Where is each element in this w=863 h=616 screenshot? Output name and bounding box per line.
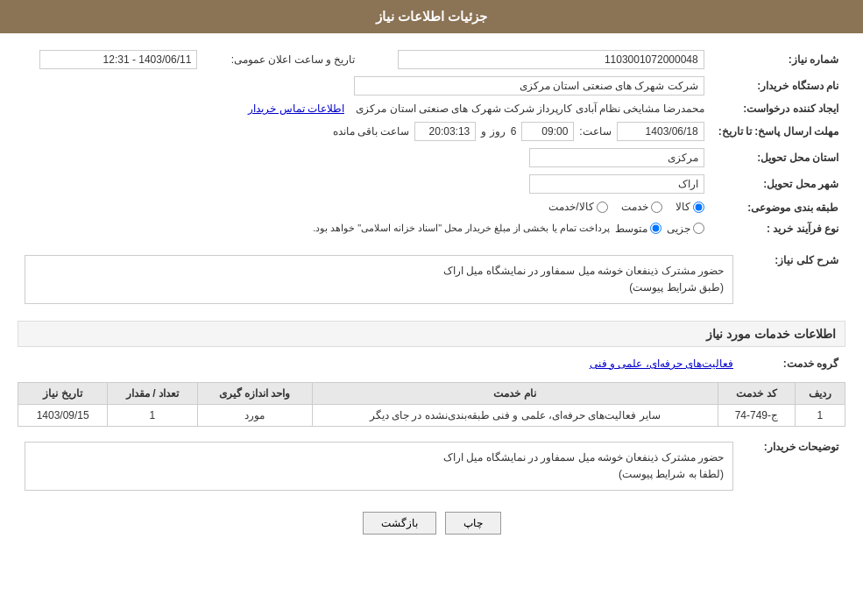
services-table: ردیف کد خدمت نام خدمت واحد اندازه گیری ت… xyxy=(18,382,845,427)
grohKhadamat-section: گروه خدمت: فعالیت‌های حرفه‌ای، علمی و فن… xyxy=(18,354,845,373)
col-tarikh: تاریخ نیاز xyxy=(18,382,108,404)
col-vahed: واحد اندازه گیری xyxy=(197,382,312,404)
mohlat-rooz: 6 xyxy=(511,125,517,138)
tarighe-radio-kala[interactable]: کالا xyxy=(676,201,704,213)
mohlat-date: 1403/06/18 xyxy=(617,122,704,141)
shomareNiaz-label: شماره نیاز: xyxy=(711,46,845,73)
cell-tedad: 1 xyxy=(108,404,197,426)
tosihKharidar-box: حضور مشترک ذینفعان خوشه میل سمفاور در نم… xyxy=(25,442,733,491)
tarikhAelan-label: تاریخ و ساعت اعلان عمومی: xyxy=(231,53,356,66)
noeFarayand-radio-jozi[interactable]: جزیی xyxy=(667,223,704,235)
sharhKolli-section: شرح کلی نیاز: حضور مشترک ذینفعان خوشه می… xyxy=(18,247,845,312)
col-tedad: تعداد / مقدار xyxy=(108,382,197,404)
mohlat-saat-label: ساعت: xyxy=(579,125,611,138)
info-section: شماره نیاز: 1103001072000048 تاریخ و ساع… xyxy=(18,46,845,238)
shahr-value: اراک xyxy=(529,174,704,194)
shomareNiaz-value: 1103001072000048 xyxy=(398,50,704,69)
tosihKharidar-label: توضیحات خریدار: xyxy=(740,434,845,499)
mohlat-label: مهلت ارسال پاسخ: تا تاریخ: xyxy=(711,118,845,145)
cell-vahed: مورد xyxy=(197,404,312,426)
ostan-label: استان محل تحویل: xyxy=(711,145,845,171)
mohlat-saat-mande-label: ساعت باقی مانده xyxy=(333,125,410,138)
bazgasht-button[interactable]: بازگشت xyxy=(363,512,436,535)
namDastgah-label: نام دستگاه خریدار: xyxy=(711,73,845,99)
mohlat-saat: 09:00 xyxy=(521,122,574,141)
table-row: 1 ج-749-74 سایر فعالیت‌های حرفه‌ای، علمی… xyxy=(18,404,845,426)
col-nam: نام خدمت xyxy=(312,382,718,404)
tarighe-radio-kala-khadamat[interactable]: کالا/خدمت xyxy=(548,201,607,213)
noeFarayand-note: پرداخت تمام یا بخشی از مبلغ خریدار محل "… xyxy=(313,223,610,234)
cell-radif: 1 xyxy=(795,404,845,426)
noeFarayand-label: نوع فرآیند خرید : xyxy=(711,219,845,238)
buttons-row: چاپ بازگشت xyxy=(18,512,845,535)
ettelaaatKhadamat-title: اطلاعات خدمات مورد نیاز xyxy=(18,321,845,347)
cell-nam: سایر فعالیت‌های حرفه‌ای، علمی و فنی طبقه… xyxy=(312,404,718,426)
page-header: جزئیات اطلاعات نیاز xyxy=(0,0,863,33)
sharhKolli-value: حضور مشترک ذینفعان خوشه میل سمفاور در نم… xyxy=(34,263,724,296)
tosihKharidar-section: توضیحات خریدار: حضور مشترک ذینفعان خوشه … xyxy=(18,434,845,499)
etelaatTamas-link[interactable]: اطلاعات تماس خریدار xyxy=(248,103,344,115)
cell-tarikh: 1403/09/15 xyxy=(18,404,108,426)
noeFarayand-radio-motevaset[interactable]: متوسط xyxy=(615,223,661,235)
tarighe-radio-group: کالا خدمت کالا/خدمت xyxy=(548,201,704,213)
chap-button[interactable]: چاپ xyxy=(445,512,501,535)
sharhKolli-box: حضور مشترک ذینفعان خوشه میل سمفاور در نم… xyxy=(25,255,733,304)
shahr-label: شهر محل تحویل: xyxy=(711,171,845,197)
tarighe-radio-khadamat[interactable]: خدمت xyxy=(621,201,662,213)
ijadKonande-label: ایجاد کننده درخواست: xyxy=(711,99,845,118)
page-title: جزئیات اطلاعات نیاز xyxy=(376,9,487,24)
grohKhadamat-label: گروه خدمت: xyxy=(740,354,845,373)
tarikhAelan-value: 1403/06/11 - 12:31 xyxy=(39,50,197,69)
tosihKharidar-value: حضور مشترک ذینفعان خوشه میل سمفاور در نم… xyxy=(34,450,724,483)
tarighe-label: طبقه بندی موضوعی: xyxy=(711,197,845,219)
namDastgah-value: شرکت شهرک های صنعتی استان مرکزی xyxy=(354,76,704,96)
cell-kod: ج-749-74 xyxy=(718,404,795,426)
ijadKonande-value: محمدرضا مشایخی نظام آبادی کارپرداز شرکت … xyxy=(356,103,704,115)
ostan-value: مرکزی xyxy=(529,148,704,167)
mohlat-rooz-label: روز و xyxy=(481,125,505,138)
grohKhadamat-value[interactable]: فعالیت‌های حرفه‌ای، علمی و فنی xyxy=(590,358,733,370)
col-radif: ردیف xyxy=(795,382,845,404)
sharhKolli-label: شرح کلی نیاز: xyxy=(740,247,845,312)
col-kod: کد خدمت xyxy=(718,382,795,404)
mohlat-saat-mande: 20:03:13 xyxy=(414,122,476,141)
